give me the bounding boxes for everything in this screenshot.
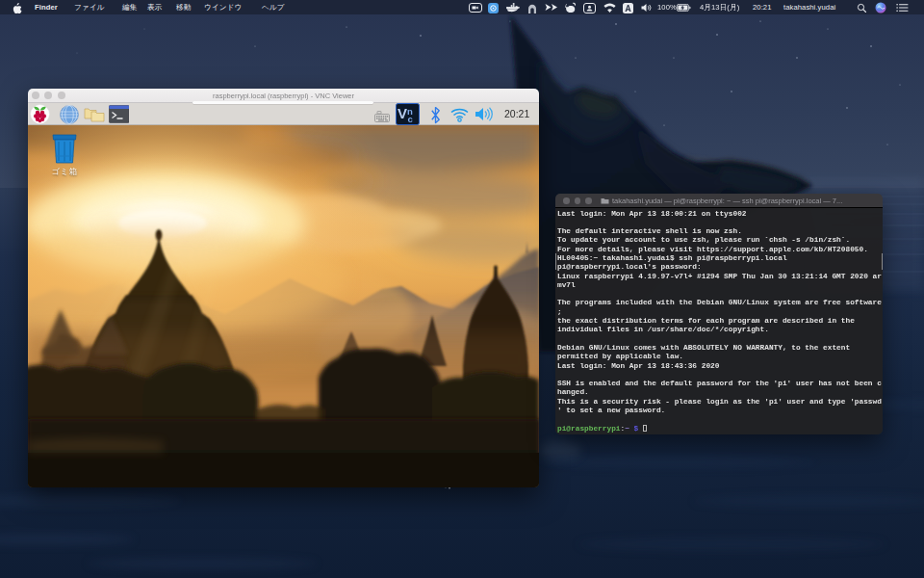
svg-text:c: c	[408, 114, 413, 124]
svg-text:V: V	[398, 105, 407, 121]
